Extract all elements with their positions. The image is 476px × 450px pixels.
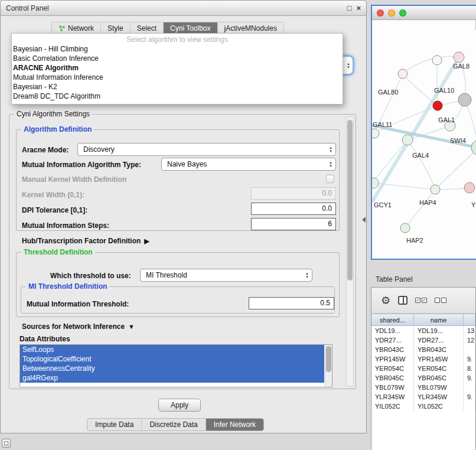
table-cell: YPR145W <box>414 354 464 364</box>
table-settings-gear-icon[interactable]: ⚙ <box>381 295 390 306</box>
table-toolbar: ⚙ ✓ ✓ <box>371 288 475 314</box>
table-row[interactable]: YIL052C YIL052C <box>371 402 475 411</box>
table-row[interactable]: YDL19... YDL19... 13 <box>371 326 475 335</box>
algorithm-option[interactable]: Basic Correlation Inference <box>12 54 343 63</box>
column-selector-icon[interactable] <box>398 296 407 305</box>
algorithm-option[interactable]: Mutual Information Inference <box>12 73 343 82</box>
network-node[interactable] <box>372 178 379 188</box>
network-canvas[interactable]: GAL8 GAL80 GAL10 GAL11 GAL1 SWI4 GAL4 GC… <box>372 20 476 259</box>
column-header[interactable] <box>464 314 475 325</box>
select-all-rows-icon[interactable]: ✓ ✓ <box>415 298 427 303</box>
node-attribute-table: shared... name YDL19... YDL19... 13 YDR2… <box>371 314 475 450</box>
table-cell: YPR145W <box>371 354 414 364</box>
network-window-titlebar[interactable] <box>372 6 476 20</box>
table-cell: 9. <box>464 354 475 364</box>
control-panel-titlebar[interactable]: Control Panel □ × <box>1 1 366 16</box>
table-cell <box>464 383 475 392</box>
zoom-traffic-icon[interactable] <box>399 9 406 17</box>
aracne-mode-combo[interactable]: Discovery ▲▼ <box>77 143 336 156</box>
sources-expander[interactable]: Sources for Network Inference▼ <box>22 322 135 331</box>
network-node[interactable] <box>372 129 379 138</box>
table-row[interactable]: YBL079W YBL079W <box>371 383 475 392</box>
combo-arrows-icon: ▲▼ <box>305 272 309 279</box>
kernel-width-label: Kernel Width (0,1): <box>22 191 84 199</box>
network-node[interactable] <box>400 223 410 233</box>
algorithm-dropdown-popup: Select algorithm to view settings Bayesi… <box>11 33 343 105</box>
kernel-width-field[interactable]: 0.0 <box>251 187 336 200</box>
table-panel-title: Table Panel <box>376 275 413 283</box>
node-label: SWI4 <box>450 137 466 144</box>
node-label: GCY1 <box>374 201 392 208</box>
minimize-traffic-icon[interactable] <box>388 9 395 17</box>
network-node[interactable] <box>454 52 464 63</box>
tab-network[interactable]: Network <box>52 22 101 34</box>
table-row[interactable]: YPR145W YPR145W 9. <box>371 354 475 364</box>
settings-scrollbar[interactable] <box>346 116 354 387</box>
window-controls: □ × <box>347 4 361 12</box>
float-window-icon[interactable]: □ <box>347 4 352 12</box>
close-window-icon[interactable]: × <box>356 4 361 12</box>
network-node[interactable] <box>402 135 413 145</box>
table-cell: YER054C <box>371 364 414 373</box>
node-label: GAL10 <box>434 87 454 94</box>
manual-kernel-label: Manual Kernel Width Definition <box>22 175 126 184</box>
algorithm-option[interactable]: Dream8 DC_TDC Algorithm <box>12 92 343 101</box>
combo-arrows-icon: ▲▼ <box>329 146 332 153</box>
tab-impute-data[interactable]: Impute Data <box>87 419 142 431</box>
tab-label: Impute Data <box>95 420 133 429</box>
threshold-definition-legend: Threshold Definition <box>21 248 95 256</box>
column-header[interactable]: name <box>414 314 464 325</box>
mi-threshold-field[interactable]: 0.5 <box>249 297 334 309</box>
attribute-item[interactable]: gal4RGexp <box>20 373 324 383</box>
algorithm-option[interactable]: Bayesian - K2 <box>12 82 343 92</box>
scrollbar-thumb[interactable] <box>347 120 353 281</box>
network-node[interactable] <box>431 185 440 194</box>
manual-kernel-checkbox[interactable] <box>326 175 334 183</box>
tab-select[interactable]: Select <box>131 22 164 34</box>
network-node[interactable] <box>471 140 476 155</box>
network-node-gray[interactable] <box>458 93 471 106</box>
which-threshold-combo[interactable]: MI Threshold ▲▼ <box>140 269 312 282</box>
combo-arrows-icon: ▲▼ <box>329 161 332 168</box>
attribute-list-scrollbar[interactable] <box>325 345 332 387</box>
tab-infer-network[interactable]: Infer Network <box>206 419 263 431</box>
algorithm-option[interactable]: Bayesian - Hill Climbing <box>12 44 343 54</box>
tab-jactivemnodules[interactable]: jActiveMNodules <box>218 22 283 34</box>
column-header[interactable]: shared... <box>371 314 414 325</box>
table-row[interactable]: YBR045C YBR045C 9. <box>371 373 475 383</box>
split-pane-collapse-icon[interactable] <box>362 217 366 223</box>
close-traffic-icon[interactable] <box>377 9 384 17</box>
table-cell <box>464 345 475 354</box>
control-panel-window: Control Panel □ × Network Style Select C… <box>0 0 367 433</box>
tab-discretize-data[interactable]: Discretize Data <box>142 419 206 431</box>
table-row[interactable]: YER054C YER054C 8. <box>371 364 475 373</box>
hub-definition-expander[interactable]: Hub/Transcription Factor Definition▶ <box>22 237 149 245</box>
chevron-right-icon: ▶ <box>144 237 149 244</box>
attribute-item[interactable]: TopologicalCoefficient <box>20 354 324 364</box>
attribute-item[interactable]: BetweennessCentrality <box>20 364 324 373</box>
table-cell: YLR345W <box>414 392 464 402</box>
restore-panel-icon[interactable] <box>2 439 11 448</box>
mi-steps-field[interactable]: 6 <box>251 218 336 230</box>
apply-button[interactable]: Apply <box>158 399 201 412</box>
attribute-item[interactable]: SelfLoops <box>20 345 324 354</box>
tab-cyni-toolbox[interactable]: Cyni Toolbox <box>164 22 217 34</box>
network-graph: GAL8 GAL80 GAL10 GAL11 GAL1 SWI4 GAL4 GC… <box>372 20 476 259</box>
table-row[interactable]: YLR345W YLR345W 9. <box>371 392 475 402</box>
network-node[interactable] <box>398 69 407 79</box>
table-cell: YBL079W <box>414 383 464 392</box>
mi-type-combo[interactable]: Naive Bayes ▲▼ <box>161 158 336 171</box>
deselect-all-rows-icon[interactable] <box>435 298 446 303</box>
table-cell: YBL079W <box>371 383 414 392</box>
network-node[interactable] <box>464 182 475 193</box>
tab-style[interactable]: Style <box>101 22 131 34</box>
dpi-tolerance-field[interactable]: 0.0 <box>251 203 336 215</box>
network-node[interactable] <box>432 56 442 65</box>
table-row[interactable]: YBR043C YBR043C <box>371 345 475 354</box>
algorithm-option-selected[interactable]: ARACNE Algorithm <box>12 63 343 73</box>
scrollbar-thumb[interactable] <box>326 346 331 372</box>
node-label: GAL8 <box>453 63 470 70</box>
network-node-red[interactable] <box>433 101 442 110</box>
tab-label: Select <box>137 24 157 32</box>
table-row[interactable]: YDR27... YDR27... 12 <box>371 335 475 345</box>
